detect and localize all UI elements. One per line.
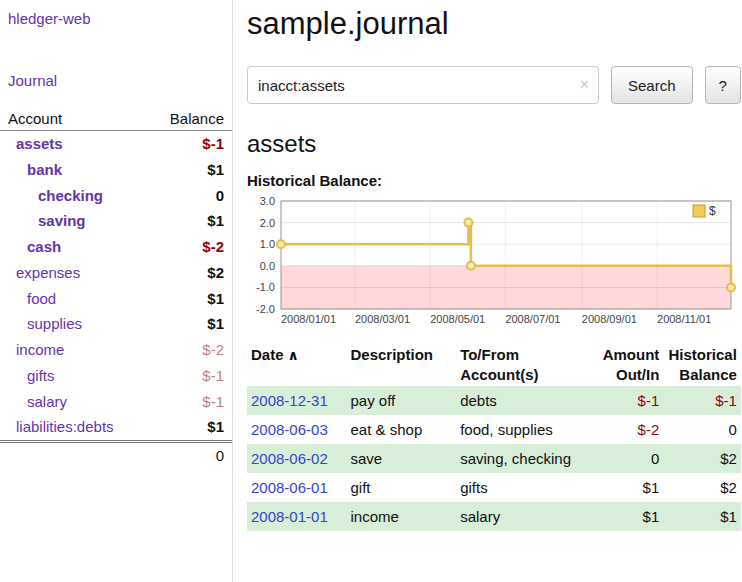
accounts-header-balance: Balance (147, 107, 232, 131)
chart-x-tick-label: 2008/03/01 (355, 313, 410, 325)
transaction-description: save (347, 444, 457, 473)
account-link[interactable]: food (27, 290, 56, 307)
account-balance: $1 (147, 208, 232, 234)
account-balance: $-1 (147, 131, 232, 157)
accounts-total-row: 0 (0, 442, 232, 469)
column-header-accounts: To/FromAccount(s) (456, 343, 590, 386)
account-row: gifts$-1 (0, 363, 232, 389)
column-header-date[interactable]: Date ∧ (247, 343, 347, 386)
account-link[interactable]: supplies (27, 315, 82, 332)
transaction-amount: $-1 (590, 386, 663, 415)
app-title-link[interactable]: hledger-web (0, 10, 232, 27)
transaction-row: 2008-06-02savesaving, checking0$2 (247, 444, 741, 473)
account-balance: $-2 (147, 337, 232, 363)
transaction-date-cell: 2008-01-01 (247, 502, 347, 531)
chart-point-marker (467, 262, 475, 270)
account-row: bank$1 (0, 157, 232, 183)
account-balance: $1 (147, 311, 232, 337)
chart-x-tick-label: 2008/11/01 (657, 313, 711, 325)
transaction-row: 2008-06-01giftgifts$1$2 (247, 473, 741, 502)
transaction-description: pay off (347, 386, 457, 415)
column-header-description: Description (347, 343, 457, 386)
transaction-description: eat & shop (347, 415, 457, 444)
account-link[interactable]: assets (16, 135, 63, 152)
transaction-date-cell: 2008-12-31 (247, 386, 347, 415)
chart-legend-label: $ (709, 204, 716, 218)
account-link[interactable]: salary (27, 393, 67, 410)
account-row: supplies$1 (0, 311, 232, 337)
chart-point-marker (277, 240, 285, 248)
transaction-date-cell: 2008-06-02 (247, 444, 347, 473)
chart-y-tick-label: -2.0 (256, 303, 275, 315)
transactions-table: Date ∧DescriptionTo/FromAccount(s)Amount… (247, 343, 741, 531)
clear-search-icon[interactable]: × (580, 76, 589, 94)
chart-y-tick-label: 0.0 (260, 260, 275, 272)
transactions-header-row: Date ∧DescriptionTo/FromAccount(s)Amount… (247, 343, 741, 386)
account-row: food$1 (0, 286, 232, 312)
transaction-accounts: saving, checking (456, 444, 590, 473)
chart-x-tick-label: 2008/01/01 (281, 313, 336, 325)
transaction-date-link[interactable]: 2008-01-01 (251, 508, 328, 525)
search-input[interactable] (247, 66, 599, 104)
transaction-description: gift (347, 473, 457, 502)
sidebar-item-journal[interactable]: Journal (0, 72, 232, 89)
account-link[interactable]: income (16, 341, 64, 358)
chart-y-tick-label: 3.0 (260, 195, 275, 207)
account-link[interactable]: saving (38, 212, 86, 229)
account-link[interactable]: bank (27, 161, 62, 178)
transaction-accounts: gifts (456, 473, 590, 502)
transaction-balance: $2 (663, 444, 741, 473)
account-row: checking0 (0, 183, 232, 209)
account-link[interactable]: expenses (16, 264, 80, 281)
account-link[interactable]: gifts (27, 367, 55, 384)
chart-point-marker (464, 219, 472, 227)
transaction-date-link[interactable]: 2008-06-01 (251, 479, 328, 496)
account-row: saving$1 (0, 208, 232, 234)
transaction-balance: $1 (663, 502, 741, 531)
account-balance: $2 (147, 260, 232, 286)
transaction-accounts: salary (456, 502, 590, 531)
account-row: liabilities:debts$1 (0, 414, 232, 441)
transaction-amount: $1 (590, 502, 663, 531)
column-header-balance: HistoricalBalance (663, 343, 741, 386)
account-balance: $1 (147, 414, 232, 441)
chart-x-tick-label: 2008/09/01 (582, 313, 637, 325)
account-link[interactable]: liabilities:debts (16, 418, 114, 435)
transaction-date-link[interactable]: 2008-12-31 (251, 392, 328, 409)
chart-x-tick-label: 2008/05/01 (430, 313, 485, 325)
transaction-date-cell: 2008-06-01 (247, 473, 347, 502)
transactions-table-body: 2008-12-31pay offdebts$-1$-12008-06-03ea… (247, 386, 741, 531)
column-header-amount: AmountOut/In (590, 343, 663, 386)
account-balance: $-1 (147, 389, 232, 415)
main-content: sample.journal × Search ? assets Histori… (233, 0, 742, 582)
accounts-header-account: Account (0, 107, 147, 131)
transaction-amount: 0 (590, 444, 663, 473)
accounts-header-row: Account Balance (0, 107, 232, 131)
accounts-table-body: assets$-1bank$1checking0saving$1cash$-2e… (0, 131, 232, 442)
page-title: sample.journal (247, 6, 741, 42)
chart-legend-swatch (693, 205, 705, 217)
hledger-web-app: hledger-web Journal Account Balance asse… (0, 0, 742, 582)
transaction-row: 2008-01-01incomesalary$1$1 (247, 502, 741, 531)
transaction-date-link[interactable]: 2008-06-02 (251, 450, 328, 467)
chart-y-tick-label: 2.0 (260, 217, 275, 229)
account-balance: $1 (147, 286, 232, 312)
search-button[interactable]: Search (611, 66, 693, 104)
transaction-date-link[interactable]: 2008-06-03 (251, 421, 328, 438)
account-row: assets$-1 (0, 131, 232, 157)
account-row: salary$-1 (0, 389, 232, 415)
historical-balance-chart: 3.02.01.00.0-1.0-2.02008/01/012008/03/01… (247, 195, 737, 327)
sidebar: hledger-web Journal Account Balance asse… (0, 0, 233, 582)
accounts-total-value: 0 (147, 442, 232, 469)
account-link[interactable]: cash (27, 238, 61, 255)
account-balance: $-2 (147, 234, 232, 260)
accounts-total-spacer (0, 442, 147, 469)
account-link[interactable]: checking (38, 187, 103, 204)
account-balance: $1 (147, 157, 232, 183)
transaction-balance: $2 (663, 473, 741, 502)
help-button[interactable]: ? (705, 66, 741, 104)
transaction-balance: 0 (663, 415, 741, 444)
account-row: expenses$2 (0, 260, 232, 286)
sort-asc-icon: ∧ (284, 347, 299, 363)
account-balance: 0 (147, 183, 232, 209)
